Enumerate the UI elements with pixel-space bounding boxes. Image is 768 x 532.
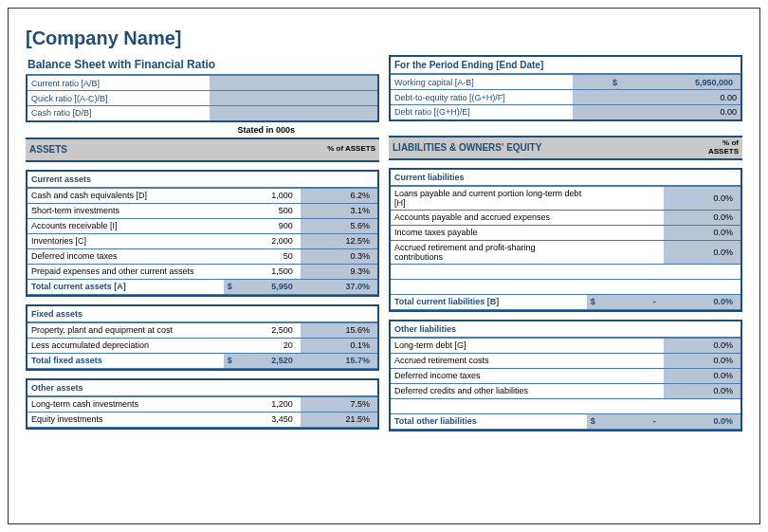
ratio-row: Working capital [A-B] $ 5,950,000 — [390, 75, 741, 90]
stated-label: Stated in 000s — [216, 122, 315, 138]
total-row: Total current liabilities [B]$-0.0% — [391, 294, 741, 309]
fixed-assets-box: Fixed assets Property, plant and equipme… — [26, 304, 379, 371]
right-column: For the Period Ending [End Date] Working… — [389, 55, 742, 431]
table-row: Income taxes payable0.0% — [391, 225, 741, 240]
table-row: Property, plant and equipment at cost2,5… — [27, 322, 377, 338]
table-row: Cash and cash equivalents [D]1,0006.2% — [27, 188, 377, 203]
table-row: Long-term cash investments1,2007.5% — [27, 396, 377, 412]
table-row: Loans payable and current portion long-t… — [391, 186, 741, 210]
ratio-row: Cash ratio [D/B] — [27, 106, 378, 121]
table-row-blank — [391, 264, 741, 279]
liabilities-header: LIABILITIES & OWNERS' EQUITY % ofASSETS — [389, 136, 742, 160]
left-column: Balance Sheet with Financial Ratio Curre… — [26, 55, 379, 431]
ratio-row: Debt-to-equity ratio [(G+H)/F]0.00 — [390, 90, 741, 105]
other-assets-box: Other assets Long-term cash investments1… — [26, 378, 379, 430]
table-row: Deferred income taxes0.0% — [391, 368, 741, 383]
table-row-blank — [391, 398, 741, 413]
table-row: Inventories [C]2,00012.5% — [27, 233, 377, 248]
table-row: Long-term debt [G]0.0% — [391, 338, 741, 353]
period-title: For the Period Ending [End Date] — [389, 55, 742, 74]
table-row: Accrued retirement and profit-sharing co… — [391, 240, 741, 264]
table-row: Deferred income taxes500.3% — [27, 248, 377, 264]
table-row: Equity investments3,45021.5% — [27, 412, 377, 427]
ratio-row: Debt ratio [(G+H)/E]0.00 — [390, 105, 741, 120]
table-row: Less accumulated depreciation200.1% — [27, 338, 377, 353]
ratio-table-left: Current ratio [A/B] Quick ratio [(A-C)/B… — [26, 75, 379, 122]
sheet-title: Balance Sheet with Financial Ratio — [26, 55, 379, 75]
table-row: Short-term investments5003.1% — [27, 203, 377, 218]
table-row: Accounts payable and accrued expenses0.0… — [391, 210, 741, 225]
assets-header: ASSETS % of ASSETS — [26, 138, 379, 162]
table-row: Prepaid expenses and other current asset… — [27, 264, 377, 279]
total-row: Total other liabilities$-0.0% — [391, 413, 741, 429]
total-row: Total current assets [A]$5,95037.0% — [27, 279, 377, 294]
total-row: Total fixed assets$2,52015.7% — [27, 353, 377, 368]
ratio-table-right: Working capital [A-B] $ 5,950,000 Debt-t… — [389, 74, 742, 121]
balance-sheet-document: [Company Name] Balance Sheet with Financ… — [8, 8, 760, 524]
table-row: Accrued retirement costs0.0% — [391, 353, 741, 368]
ratio-row: Quick ratio [(A-C)/B] — [27, 91, 378, 106]
current-liabilities-box: Current liabilities Loans payable and cu… — [389, 168, 742, 312]
other-liabilities-box: Other liabilities Long-term debt [G]0.0%… — [389, 320, 742, 431]
table-row-blank — [391, 279, 741, 294]
table-row: Accounts receivable [I]9005.6% — [27, 218, 377, 233]
company-name: [Company Name] — [26, 28, 742, 49]
ratio-row: Current ratio [A/B] — [27, 76, 378, 91]
current-assets-box: Current assets Cash and cash equivalents… — [26, 170, 379, 297]
table-row: Deferred credits and other liabilities0.… — [391, 383, 741, 398]
